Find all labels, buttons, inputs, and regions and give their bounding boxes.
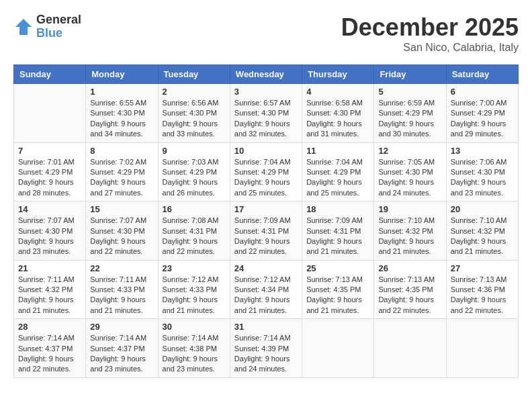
cell-line: Sunset: 4:38 PM xyxy=(163,344,226,354)
cell-line: and 21 minutes. xyxy=(90,306,153,316)
day-number: 4 xyxy=(306,87,369,97)
cell-line: and 24 minutes. xyxy=(234,364,298,374)
cell-line: and 30 minutes. xyxy=(378,129,441,139)
cell-content: Sunrise: 7:04 AMSunset: 4:29 PMDaylight:… xyxy=(306,157,369,199)
cell-line: Sunrise: 7:13 AM xyxy=(378,275,441,285)
day-number: 12 xyxy=(378,146,441,156)
calendar-week-1: 7Sunrise: 7:01 AMSunset: 4:29 PMDaylight… xyxy=(14,142,519,201)
calendar-cell: 1Sunrise: 6:55 AMSunset: 4:30 PMDaylight… xyxy=(86,84,158,143)
location-text: San Nico, Calabria, Italy xyxy=(341,42,519,54)
svg-marker-0 xyxy=(15,19,32,35)
header-friday: Friday xyxy=(374,65,446,84)
cell-line: Sunrise: 7:04 AM xyxy=(306,157,369,167)
day-number: 27 xyxy=(451,263,514,273)
day-number: 23 xyxy=(163,263,226,273)
cell-line: Daylight: 9 hours xyxy=(163,177,226,187)
cell-line: Sunset: 4:29 PM xyxy=(18,167,81,177)
cell-content: Sunrise: 6:57 AMSunset: 4:30 PMDaylight:… xyxy=(234,98,298,140)
cell-line: and 26 minutes. xyxy=(163,188,226,198)
calendar-table: SundayMondayTuesdayWednesdayThursdayFrid… xyxy=(13,64,519,378)
day-number: 28 xyxy=(18,322,81,332)
cell-line: Sunrise: 6:55 AM xyxy=(90,98,153,108)
cell-line: Daylight: 9 hours xyxy=(234,295,298,305)
calendar-cell: 17Sunrise: 7:09 AMSunset: 4:31 PMDayligh… xyxy=(230,201,302,261)
cell-content: Sunrise: 7:06 AMSunset: 4:30 PMDaylight:… xyxy=(451,157,514,199)
cell-line: Sunset: 4:30 PM xyxy=(306,108,369,118)
calendar-cell: 12Sunrise: 7:05 AMSunset: 4:30 PMDayligh… xyxy=(374,142,446,201)
cell-line: Daylight: 9 hours xyxy=(18,236,81,246)
cell-line: Sunrise: 7:09 AM xyxy=(234,216,298,226)
cell-content: Sunrise: 7:14 AMSunset: 4:38 PMDaylight:… xyxy=(163,333,226,375)
calendar-cell: 10Sunrise: 7:04 AMSunset: 4:29 PMDayligh… xyxy=(230,142,302,201)
cell-line: Sunset: 4:30 PM xyxy=(234,108,298,118)
day-number: 10 xyxy=(234,146,298,156)
cell-line: Sunset: 4:29 PM xyxy=(306,167,369,177)
cell-line: Sunrise: 6:57 AM xyxy=(234,98,298,108)
cell-content: Sunrise: 7:11 AMSunset: 4:33 PMDaylight:… xyxy=(90,275,153,316)
cell-line: Daylight: 9 hours xyxy=(451,295,514,305)
cell-line: Sunset: 4:31 PM xyxy=(234,226,298,236)
logo-text: General Blue xyxy=(36,13,81,40)
cell-content: Sunrise: 7:04 AMSunset: 4:29 PMDaylight:… xyxy=(234,157,298,199)
cell-content: Sunrise: 7:08 AMSunset: 4:31 PMDaylight:… xyxy=(163,216,226,257)
day-number: 21 xyxy=(18,263,81,273)
calendar-cell: 21Sunrise: 7:11 AMSunset: 4:32 PMDayligh… xyxy=(14,260,86,319)
calendar-cell: 25Sunrise: 7:13 AMSunset: 4:35 PMDayligh… xyxy=(302,260,374,319)
cell-line: Daylight: 9 hours xyxy=(378,295,441,305)
logo-icon xyxy=(13,17,34,37)
calendar-cell xyxy=(302,319,374,378)
header-sunday: Sunday xyxy=(14,65,86,84)
calendar-cell: 20Sunrise: 7:10 AMSunset: 4:32 PMDayligh… xyxy=(446,201,518,261)
cell-line: Sunrise: 6:59 AM xyxy=(378,98,441,108)
cell-line: Sunrise: 7:07 AM xyxy=(90,216,153,226)
cell-line: Sunrise: 7:08 AM xyxy=(163,216,226,226)
cell-content: Sunrise: 6:58 AMSunset: 4:30 PMDaylight:… xyxy=(306,98,369,140)
cell-line: and 21 minutes. xyxy=(306,306,369,316)
cell-line: and 22 minutes. xyxy=(234,246,298,257)
cell-line: Sunset: 4:35 PM xyxy=(306,285,369,295)
logo-general-text: General xyxy=(36,13,81,27)
cell-line: Sunrise: 7:06 AM xyxy=(451,157,514,167)
cell-line: Sunset: 4:34 PM xyxy=(234,285,298,295)
cell-line: Daylight: 9 hours xyxy=(234,236,298,246)
cell-line: Sunrise: 7:10 AM xyxy=(451,216,514,226)
cell-line: Daylight: 9 hours xyxy=(378,177,441,187)
cell-content: Sunrise: 7:01 AMSunset: 4:29 PMDaylight:… xyxy=(18,157,81,199)
cell-content: Sunrise: 7:10 AMSunset: 4:32 PMDaylight:… xyxy=(378,216,441,257)
cell-line: and 24 minutes. xyxy=(378,188,441,198)
cell-line: and 22 minutes. xyxy=(163,246,226,257)
cell-content: Sunrise: 7:13 AMSunset: 4:35 PMDaylight:… xyxy=(378,275,441,316)
day-number: 1 xyxy=(90,87,153,97)
calendar-cell: 6Sunrise: 7:00 AMSunset: 4:29 PMDaylight… xyxy=(446,84,518,143)
calendar-cell: 18Sunrise: 7:09 AMSunset: 4:31 PMDayligh… xyxy=(302,201,374,261)
cell-content: Sunrise: 7:09 AMSunset: 4:31 PMDaylight:… xyxy=(306,216,369,257)
calendar-cell xyxy=(14,84,86,143)
header-monday: Monday xyxy=(86,65,158,84)
calendar-cell: 2Sunrise: 6:56 AMSunset: 4:30 PMDaylight… xyxy=(158,84,230,143)
cell-content: Sunrise: 7:13 AMSunset: 4:35 PMDaylight:… xyxy=(306,275,369,316)
cell-line: Sunset: 4:37 PM xyxy=(18,344,81,354)
month-title: December 2025 xyxy=(341,13,519,42)
cell-line: Daylight: 9 hours xyxy=(90,119,153,129)
calendar-cell: 22Sunrise: 7:11 AMSunset: 4:33 PMDayligh… xyxy=(86,260,158,319)
cell-line: and 34 minutes. xyxy=(90,129,153,139)
cell-content: Sunrise: 7:09 AMSunset: 4:31 PMDaylight:… xyxy=(234,216,298,257)
cell-line: Sunset: 4:29 PM xyxy=(234,167,298,177)
cell-line: Daylight: 9 hours xyxy=(90,236,153,246)
day-number: 13 xyxy=(451,146,514,156)
day-number: 9 xyxy=(163,146,226,156)
cell-line: Sunset: 4:33 PM xyxy=(163,285,226,295)
cell-line: and 22 minutes. xyxy=(18,364,81,374)
cell-line: Sunrise: 7:11 AM xyxy=(90,275,153,285)
cell-line: Sunrise: 7:10 AM xyxy=(378,216,441,226)
day-number: 30 xyxy=(163,322,226,332)
cell-line: and 25 minutes. xyxy=(306,188,369,198)
cell-line: Daylight: 9 hours xyxy=(306,119,369,129)
cell-line: Daylight: 9 hours xyxy=(90,177,153,187)
calendar-cell: 28Sunrise: 7:14 AMSunset: 4:37 PMDayligh… xyxy=(14,319,86,378)
calendar-cell: 31Sunrise: 7:14 AMSunset: 4:39 PMDayligh… xyxy=(230,319,302,378)
cell-line: Sunrise: 7:01 AM xyxy=(18,157,81,167)
cell-line: and 22 minutes. xyxy=(378,306,441,316)
calendar-cell: 30Sunrise: 7:14 AMSunset: 4:38 PMDayligh… xyxy=(158,319,230,378)
calendar-cell: 26Sunrise: 7:13 AMSunset: 4:35 PMDayligh… xyxy=(374,260,446,319)
